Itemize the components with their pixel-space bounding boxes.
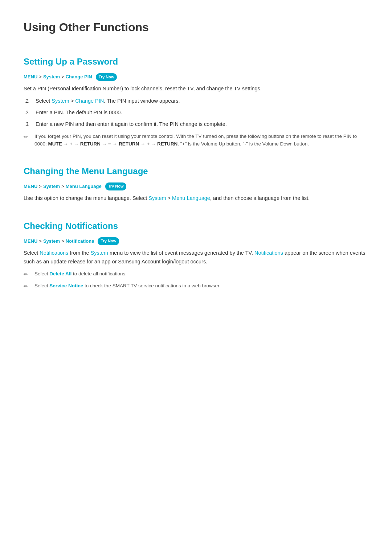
step-1-text: Select System > Change PIN. The PIN inpu…	[36, 97, 180, 106]
delete-all-link: Delete All	[49, 271, 72, 276]
checking-notifications-title: Checking Notifications	[24, 219, 368, 233]
breadcrumb-item: Change PIN	[66, 73, 92, 81]
breadcrumb-menu: MENU	[24, 73, 37, 81]
changing-menu-language-title: Changing the Menu Language	[24, 164, 368, 178]
step-1-num: 1.	[25, 97, 36, 106]
setting-up-password-title: Setting Up a Password	[24, 55, 368, 69]
body-system-link: System	[148, 195, 166, 201]
breadcrumb-sep3: >	[39, 183, 42, 190]
pencil-icon-2: ✏	[24, 270, 32, 278]
breadcrumb-menu-2: MENU	[24, 183, 37, 190]
breadcrumb-system-3: System	[43, 238, 60, 245]
step-3: 3. Enter a new PIN and then enter it aga…	[25, 120, 368, 129]
try-now-badge-notifications[interactable]: Try Now	[98, 237, 119, 245]
breadcrumb-sep2: >	[61, 73, 64, 81]
setting-up-password-intro: Set a PIN (Personal Identification Numbe…	[24, 85, 368, 93]
checking-notifications-notes: ✏ Select Delete All to delete all notifi…	[24, 270, 368, 291]
breadcrumb-system-2: System	[43, 183, 60, 190]
note-service-notice: ✏ Select Service Notice to check the SMA…	[24, 282, 368, 290]
breadcrumb-system: System	[43, 73, 60, 81]
service-notice-link: Service Notice	[49, 283, 83, 288]
breadcrumb-menu-3: MENU	[24, 238, 37, 245]
step-1-link2: Change PIN	[75, 98, 104, 104]
checking-notifications-intro: Select Notifications from the System men…	[24, 249, 368, 266]
notifications-link-1: Notifications	[40, 250, 68, 256]
note-service-notice-text: Select Service Notice to check the SMART…	[34, 282, 221, 290]
pencil-icon-3: ✏	[24, 282, 32, 290]
section-checking-notifications: Checking Notifications MENU > System > N…	[24, 219, 368, 291]
note-delete-all: ✏ Select Delete All to delete all notifi…	[24, 270, 368, 278]
breadcrumb-sep5: >	[39, 238, 42, 245]
checking-notifications-breadcrumb: MENU > System > Notifications Try Now	[24, 237, 368, 245]
system-link-3: System	[91, 250, 108, 256]
body-menu-language-link: Menu Language	[172, 195, 210, 201]
changing-menu-language-breadcrumb: MENU > System > Menu Language Try Now	[24, 182, 368, 190]
section-changing-menu-language: Changing the Menu Language MENU > System…	[24, 164, 368, 203]
setting-up-password-steps: 1. Select System > Change PIN. The PIN i…	[24, 97, 368, 129]
breadcrumb-item-2: Menu Language	[66, 183, 102, 190]
notifications-link-2: Notifications	[254, 250, 283, 256]
note-pin-reset-text: If you forget your PIN, you can reset it…	[34, 132, 368, 148]
try-now-badge-password[interactable]: Try Now	[96, 73, 117, 81]
setting-up-password-notes: ✏ If you forget your PIN, you can reset …	[24, 132, 368, 148]
pencil-icon-1: ✏	[24, 133, 32, 141]
step-1-link1: System	[52, 98, 69, 104]
step-3-text: Enter a new PIN and then enter it again …	[36, 120, 227, 129]
note-delete-all-text: Select Delete All to delete all notifica…	[34, 270, 127, 278]
step-2: 2. Enter a PIN. The default PIN is 0000.	[25, 108, 368, 117]
setting-up-password-breadcrumb: MENU > System > Change PIN Try Now	[24, 73, 368, 81]
breadcrumb-item-3: Notifications	[66, 238, 94, 245]
step-1: 1. Select System > Change PIN. The PIN i…	[25, 97, 368, 106]
note-pin-reset: ✏ If you forget your PIN, you can reset …	[24, 132, 368, 148]
breadcrumb-sep6: >	[61, 238, 64, 245]
try-now-badge-language[interactable]: Try Now	[105, 182, 127, 190]
page-title: Using Other Functions	[24, 18, 368, 40]
breadcrumb-sep1: >	[39, 73, 42, 81]
step-2-num: 2.	[25, 108, 36, 117]
step-3-num: 3.	[25, 120, 36, 129]
changing-menu-language-body: Use this option to change the menu langu…	[24, 194, 368, 203]
step-2-text: Enter a PIN. The default PIN is 0000.	[36, 108, 122, 117]
breadcrumb-sep4: >	[61, 183, 64, 190]
section-setting-up-password: Setting Up a Password MENU > System > Ch…	[24, 55, 368, 148]
